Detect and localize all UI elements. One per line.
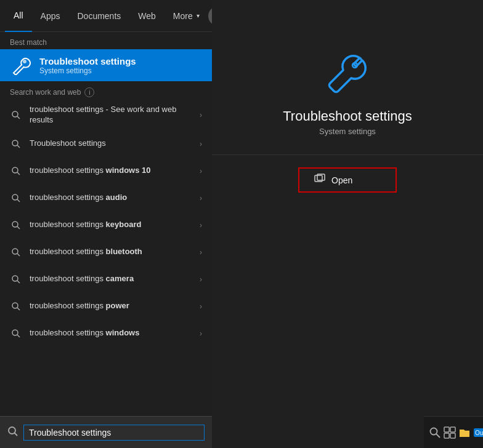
result-item-troubleshoot[interactable]: Troubleshoot settings › xyxy=(0,130,212,158)
svg-rect-28 xyxy=(444,427,449,432)
svg-line-20 xyxy=(17,335,20,337)
result-arrow-7: › xyxy=(200,275,202,284)
search-input[interactable] xyxy=(23,425,205,441)
result-arrow-3: › xyxy=(200,167,202,175)
svg-point-3 xyxy=(12,111,18,117)
svg-text:Ou: Ou xyxy=(475,430,483,436)
svg-line-8 xyxy=(17,172,20,175)
svg-line-12 xyxy=(17,226,20,229)
svg-point-5 xyxy=(12,140,18,146)
taskbar-explorer-btn[interactable] xyxy=(458,422,471,444)
right-title: Troubleshoot settings xyxy=(283,108,412,124)
tab-documents[interactable]: Documents xyxy=(68,0,129,32)
svg-point-17 xyxy=(12,303,18,308)
svg-line-22 xyxy=(15,433,18,436)
search-icon-7 xyxy=(10,273,22,286)
svg-rect-29 xyxy=(450,427,455,432)
results-list: troubleshoot settings - See work and web… xyxy=(0,100,212,347)
result-item-bluetooth[interactable]: troubleshoot settings bluetooth › xyxy=(0,239,212,266)
svg-line-27 xyxy=(436,434,440,438)
right-app-icon xyxy=(323,49,372,98)
result-text-power: troubleshoot settings power xyxy=(30,301,192,311)
svg-line-14 xyxy=(17,254,20,256)
svg-point-21 xyxy=(9,427,15,434)
best-match-title: Troubleshoot settings xyxy=(39,56,136,66)
best-match-subtitle: System settings xyxy=(39,66,136,75)
search-icon-4 xyxy=(10,192,22,204)
right-divider xyxy=(212,154,483,155)
section-header-text: Search work and web xyxy=(10,88,81,97)
result-text-windows10: troubleshoot settings windows 10 xyxy=(30,166,192,176)
section-header: Search work and web i xyxy=(0,81,212,100)
svg-point-15 xyxy=(12,276,18,281)
search-icon-8 xyxy=(10,300,22,313)
open-button[interactable]: Open xyxy=(298,167,397,193)
left-panel: All Apps Documents Web More ▾ xyxy=(0,0,212,448)
search-icon-2 xyxy=(10,138,22,150)
svg-point-13 xyxy=(12,249,18,254)
svg-line-18 xyxy=(17,308,20,310)
nav-tabs: All Apps Documents Web More ▾ xyxy=(0,0,212,32)
result-item-windows10[interactable]: troubleshoot settings windows 10 › xyxy=(0,158,212,185)
result-item-power[interactable]: troubleshoot settings power › xyxy=(0,293,212,320)
result-text-windows: troubleshoot settings windows xyxy=(30,328,192,338)
right-content: Troubleshoot settings System settings Op… xyxy=(212,0,483,193)
svg-rect-30 xyxy=(444,433,449,438)
result-arrow-5: › xyxy=(200,221,202,230)
result-arrow-9: › xyxy=(200,329,202,338)
best-match-item[interactable]: Troubleshoot settings System settings xyxy=(0,49,212,81)
tab-apps[interactable]: Apps xyxy=(32,0,69,32)
svg-point-9 xyxy=(12,194,18,200)
result-text-camera: troubleshoot settings camera xyxy=(30,274,192,284)
right-subtitle: System settings xyxy=(319,127,376,136)
svg-line-6 xyxy=(17,145,20,148)
result-arrow: › xyxy=(200,111,202,119)
search-icon-9 xyxy=(10,327,22,340)
svg-point-11 xyxy=(12,222,18,227)
svg-point-2 xyxy=(23,60,26,63)
taskbar: Ou xyxy=(424,416,483,448)
open-button-label: Open xyxy=(331,175,352,185)
taskbar-outlook-btn[interactable]: Ou xyxy=(473,422,483,444)
result-arrow-6: › xyxy=(200,248,202,257)
chevron-down-icon: ▾ xyxy=(197,12,200,19)
svg-line-4 xyxy=(17,116,20,119)
best-match-label: Best match xyxy=(0,32,212,49)
result-item-audio[interactable]: troubleshoot settings audio › xyxy=(0,185,212,212)
open-button-icon xyxy=(314,174,325,186)
result-text-bluetooth: troubleshoot settings bluetooth xyxy=(30,247,192,257)
tab-all[interactable]: All xyxy=(5,0,32,32)
info-icon[interactable]: i xyxy=(84,87,94,97)
result-item-camera[interactable]: troubleshoot settings camera › xyxy=(0,266,212,293)
search-icon-5 xyxy=(10,219,22,231)
search-box-icon xyxy=(7,426,18,439)
result-item-keyboard[interactable]: troubleshoot settings keyboard › xyxy=(0,212,212,239)
result-text-keyboard: troubleshoot settings keyboard xyxy=(30,220,192,230)
search-icon-6 xyxy=(10,246,22,258)
tab-more[interactable]: More ▾ xyxy=(164,0,208,32)
result-text-audio: troubleshoot settings audio xyxy=(30,193,192,203)
taskbar-taskview-btn[interactable] xyxy=(444,422,456,444)
svg-point-26 xyxy=(431,428,437,434)
taskbar-search-btn[interactable] xyxy=(429,422,441,444)
svg-point-7 xyxy=(12,167,18,173)
result-text-web-results: troubleshoot settings - See work and web… xyxy=(30,105,192,126)
result-arrow-8: › xyxy=(200,302,202,311)
right-panel: Troubleshoot settings System settings Op… xyxy=(212,0,483,448)
svg-rect-31 xyxy=(450,433,455,438)
svg-point-19 xyxy=(12,330,18,335)
wrench-icon xyxy=(10,54,32,76)
result-text-troubleshoot: Troubleshoot settings xyxy=(30,138,192,149)
search-icon-3 xyxy=(10,165,22,177)
search-box-container xyxy=(0,416,212,448)
result-arrow-2: › xyxy=(200,140,202,148)
best-match-text: Troubleshoot settings System settings xyxy=(39,56,136,75)
result-item-windows[interactable]: troubleshoot settings windows › xyxy=(0,320,212,347)
result-item-web-results[interactable]: troubleshoot settings - See work and web… xyxy=(0,100,212,130)
svg-line-16 xyxy=(17,281,20,283)
tab-web[interactable]: Web xyxy=(129,0,164,32)
result-arrow-4: › xyxy=(200,194,202,202)
svg-line-10 xyxy=(17,199,20,202)
search-icon xyxy=(10,109,22,121)
